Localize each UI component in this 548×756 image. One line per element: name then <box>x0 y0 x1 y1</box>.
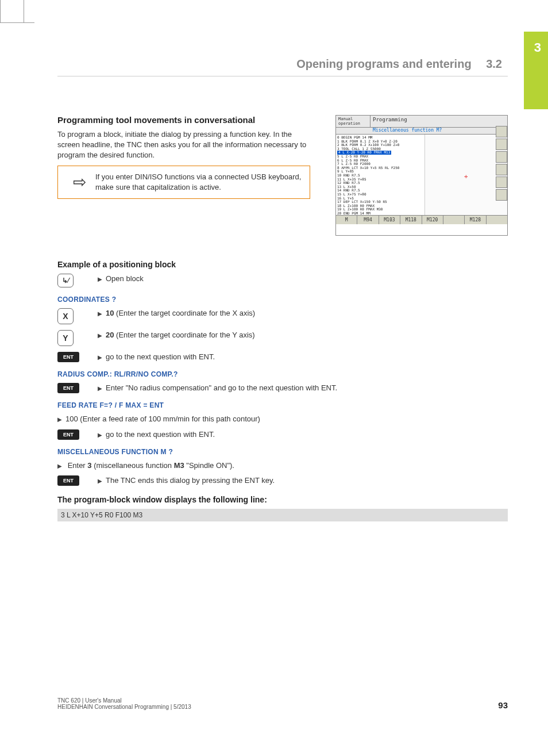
y-desc: 20 (Enter the target coordinate for the … <box>98 330 508 340</box>
x-desc: 10 (Enter the target coordinate for the … <box>98 308 508 318</box>
feed-heading: FEED RATE F=? / F MAX = ENT <box>57 401 508 409</box>
section-heading: Programming tool movements in conversati… <box>57 115 310 125</box>
misc-bullet: Enter 3 (miscellaneous function M3 "Spin… <box>57 460 508 471</box>
coordinates-heading: COORDINATES ? <box>57 296 508 304</box>
sc-graphics-area: ✛ <box>425 135 507 215</box>
header-section: 3.2 <box>486 57 502 70</box>
intro-paragraph: To program a block, initiate the dialog … <box>57 129 310 161</box>
footer-line1: TNC 620 | User's Manual <box>57 697 191 704</box>
arrow-right-icon: ⇨ <box>64 172 95 191</box>
misc-pre: Enter <box>68 461 88 470</box>
ent-key-4: ENT <box>57 475 79 486</box>
sc-title: Programming <box>371 116 410 127</box>
misc-ent-desc: The TNC ends this dialog by pressing the… <box>98 475 508 486</box>
radius-heading: RADIUS COMP.: RL/RR/NO COMP.? <box>57 370 508 378</box>
footer-line2: HEIDENHAIN Conversational Programming | … <box>57 704 191 710</box>
sc-program-list: 0 BEGIN PGM 14 MM1 BLK FORM 0.1 Z X+0 Y+… <box>336 135 425 215</box>
y-key: Y <box>57 330 74 346</box>
misc-post: "Spindle ON"). <box>184 461 234 470</box>
page-footer: TNC 620 | User's Manual HEIDENHAIN Conve… <box>57 697 508 710</box>
chapter-number: 3 <box>534 40 541 55</box>
misc-3: 3 <box>87 461 91 470</box>
crosshair-icon: ✛ <box>465 173 468 176</box>
y-value: 20 <box>106 331 114 339</box>
misc-m3: M3 <box>174 461 184 470</box>
x-value: 10 <box>106 309 114 317</box>
radius-desc: Enter "No radius compensation" and go to… <box>98 383 508 393</box>
ent-key-2: ENT <box>57 383 79 393</box>
x-key: X <box>57 308 74 324</box>
sc-side-buttons <box>496 126 507 202</box>
ent-key: ENT <box>57 352 79 362</box>
ent-key-3: ENT <box>57 429 79 440</box>
crop-marks <box>0 0 34 23</box>
ent-desc-1: go to the next question with ENT. <box>98 352 508 362</box>
open-block-text: Open block <box>98 274 508 284</box>
page-header: Opening programs and entering 3.2 <box>57 57 514 71</box>
result-heading: The program-block window displays the fo… <box>57 495 508 504</box>
y-desc-text: (Enter the target coordinate for the Y a… <box>114 331 254 339</box>
example-heading: Example of a positioning block <box>57 260 508 269</box>
result-code: 3 L X+10 Y+5 R0 F100 M3 <box>57 509 508 521</box>
misc-heading: MISCELLANEOUS FUNCTION M ? <box>57 448 508 456</box>
note-text: If you enter DIN/ISO functions via a con… <box>95 172 304 193</box>
sc-mode: Manual operation <box>336 116 371 127</box>
note-box: ⇨ If you enter DIN/ISO functions via a c… <box>57 166 310 199</box>
misc-mid: (miscellaneous function <box>92 461 174 470</box>
header-rule <box>57 76 508 76</box>
x-desc-text: (Enter the target coordinate for the X a… <box>114 309 255 317</box>
sc-softkey-row: MM94M103M118M120M128 <box>336 215 507 224</box>
feed-bullet: 100 (Enter a feed rate of 100 mm/min for… <box>57 414 508 424</box>
header-title-text: Opening programs and entering <box>296 57 471 70</box>
sc-subtitle: Miscellaneous function M? <box>336 128 507 135</box>
line-key-icon: ↳⁄ <box>57 274 74 287</box>
page-number: 93 <box>498 700 508 710</box>
feed-ent-desc: go to the next question with ENT. <box>98 429 508 440</box>
tnc-screenshot: Manual operation Programming Miscellaneo… <box>335 115 508 236</box>
